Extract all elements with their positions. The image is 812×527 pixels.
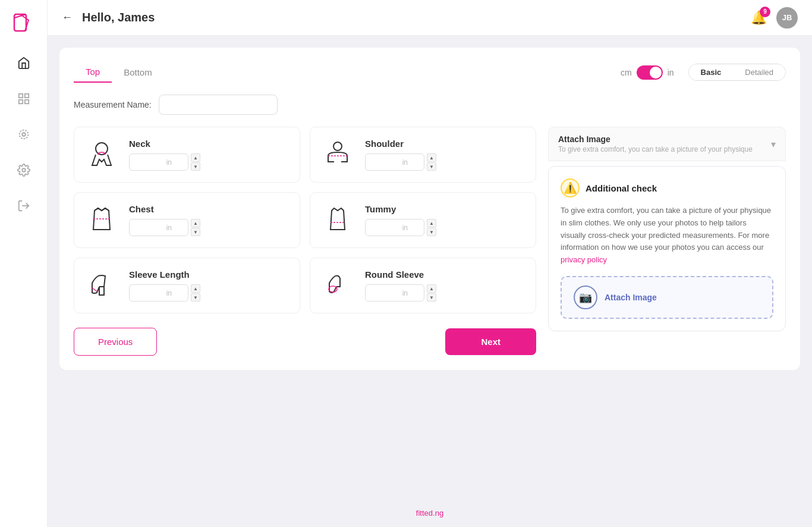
warning-icon: ⚠️	[561, 178, 580, 197]
tummy-spinners: ▲ ▼	[427, 219, 436, 236]
chest-spinners: ▲ ▼	[191, 219, 200, 236]
round-sleeve-label: Round Sleeve	[365, 269, 526, 280]
svg-rect-1	[18, 94, 22, 98]
tummy-increment[interactable]: ▲	[427, 219, 436, 227]
chest-input-row: in ▲ ▼	[129, 219, 290, 236]
avatar[interactable]: JB	[776, 7, 798, 29]
neck-label: Neck	[129, 139, 290, 149]
camera-icon: 📷	[574, 286, 597, 309]
shoulder-input[interactable]	[365, 153, 424, 171]
tummy-info: Tummy in ▲ ▼	[365, 204, 526, 236]
notification-button[interactable]: 🔔 9	[751, 10, 767, 26]
bottom-row: Previous Next	[74, 328, 536, 356]
sidebar-item-dashboard[interactable]	[13, 88, 34, 109]
shoulder-unit: in	[402, 158, 408, 167]
round-sleeve-input-row: in ▲ ▼	[365, 284, 526, 302]
view-btn-basic[interactable]: Basic	[689, 64, 734, 80]
unit-cm-label: cm	[621, 68, 632, 77]
tummy-input-wrap: in	[365, 219, 424, 236]
right-panel: Attach Image To give extra comfort, you …	[548, 127, 786, 331]
main-area: ← Hello, James 🔔 9 JB Top Bottom cm	[48, 0, 812, 527]
neck-input-wrap: in	[129, 153, 188, 171]
sidebar	[0, 0, 48, 527]
next-button[interactable]: Next	[445, 328, 536, 355]
tummy-label: Tummy	[365, 204, 526, 214]
measurement-name-row: Measurement Name:	[74, 95, 786, 115]
page-title: Hello, James	[82, 11, 744, 24]
sleeve-length-unit: in	[166, 289, 172, 297]
sleeve-length-info: Sleeve Length in ▲ ▼	[129, 269, 290, 302]
previous-button[interactable]: Previous	[74, 328, 157, 356]
round-sleeve-icon	[320, 268, 355, 303]
sleeve-length-input[interactable]	[129, 284, 188, 302]
sidebar-item-settings[interactable]	[13, 159, 34, 181]
toggle-knob	[650, 67, 662, 79]
sleeve-length-icon	[84, 268, 119, 303]
unit-toggle-switch[interactable]	[637, 65, 663, 80]
neck-input[interactable]	[129, 153, 188, 171]
measurement-section: Neck in ▲ ▼	[74, 127, 536, 356]
measurement-name-label: Measurement Name:	[74, 100, 152, 109]
chevron-down-icon: ▾	[771, 139, 776, 150]
chest-decrement[interactable]: ▼	[191, 228, 200, 236]
header-actions: 🔔 9 JB	[751, 7, 798, 29]
neck-info: Neck in ▲ ▼	[129, 139, 290, 171]
tab-top[interactable]: Top	[74, 62, 112, 83]
shoulder-input-row: in ▲ ▼	[365, 153, 526, 171]
measurement-card-tummy: Tummy in ▲ ▼	[310, 192, 536, 248]
attach-image-button[interactable]: 📷 Attach Image	[561, 276, 773, 319]
sleeve-length-input-wrap: in	[129, 284, 188, 302]
shoulder-decrement[interactable]: ▼	[427, 162, 436, 171]
round-sleeve-spinners: ▲ ▼	[427, 284, 436, 302]
svg-rect-4	[24, 100, 28, 103]
shoulder-increment[interactable]: ▲	[427, 153, 436, 162]
sidebar-item-home[interactable]	[13, 52, 34, 74]
sleeve-length-spinners: ▲ ▼	[191, 284, 200, 302]
tummy-decrement[interactable]: ▼	[427, 228, 436, 236]
round-sleeve-decrement[interactable]: ▼	[427, 293, 436, 302]
measurement-name-input[interactable]	[159, 95, 278, 115]
neck-decrement[interactable]: ▼	[191, 162, 200, 171]
content-area: Top Bottom cm in Basic Detailed Measurem…	[48, 36, 812, 499]
chest-increment[interactable]: ▲	[191, 219, 200, 227]
svg-point-5	[22, 133, 26, 136]
neck-icon	[84, 137, 119, 172]
chest-input[interactable]	[129, 219, 188, 236]
chest-label: Chest	[129, 204, 290, 214]
attach-header[interactable]: Attach Image To give extra comfort, you …	[548, 127, 786, 161]
shoulder-icon	[320, 137, 355, 172]
tummy-input[interactable]	[365, 219, 424, 236]
chest-unit: in	[166, 224, 172, 232]
svg-point-9	[96, 143, 108, 155]
sleeve-length-decrement[interactable]: ▼	[191, 293, 200, 302]
privacy-policy-link[interactable]: privacy policy	[561, 255, 607, 264]
back-button[interactable]: ←	[62, 11, 73, 24]
chest-input-wrap: in	[129, 219, 188, 236]
shoulder-input-wrap: in	[365, 153, 424, 171]
chest-icon	[84, 202, 119, 238]
sleeve-length-increment[interactable]: ▲	[191, 284, 200, 293]
tummy-unit: in	[402, 224, 408, 232]
attach-image-label: Attach Image	[605, 293, 657, 302]
attach-title: Attach Image	[558, 134, 753, 144]
round-sleeve-input[interactable]	[365, 284, 424, 302]
ac-header: ⚠️ Additional check	[561, 178, 773, 197]
svg-rect-3	[18, 100, 22, 103]
view-btn-detailed[interactable]: Detailed	[733, 64, 785, 80]
measurement-card-chest: Chest in ▲ ▼	[74, 192, 300, 248]
svg-point-10	[333, 142, 342, 150]
round-sleeve-increment[interactable]: ▲	[427, 284, 436, 293]
svg-point-7	[22, 168, 26, 172]
neck-input-row: in ▲ ▼	[129, 153, 290, 171]
neck-increment[interactable]: ▲	[191, 153, 200, 162]
additional-check-card: ⚠️ Additional check To give extra comfor…	[548, 166, 786, 331]
sidebar-item-logout[interactable]	[13, 195, 34, 217]
measurement-card-shoulder: Shoulder in ▲ ▼	[310, 127, 536, 183]
tabs-row: Top Bottom cm in Basic Detailed	[74, 62, 786, 83]
measurement-card-sleeve-length: Sleeve Length in ▲ ▼	[74, 258, 300, 313]
attach-subtitle: To give extra comfort, you can take a pi…	[558, 145, 753, 153]
shoulder-label: Shoulder	[365, 139, 526, 149]
logo-icon[interactable]	[12, 10, 36, 33]
tab-bottom[interactable]: Bottom	[112, 62, 164, 82]
sidebar-item-orders[interactable]	[13, 124, 34, 145]
